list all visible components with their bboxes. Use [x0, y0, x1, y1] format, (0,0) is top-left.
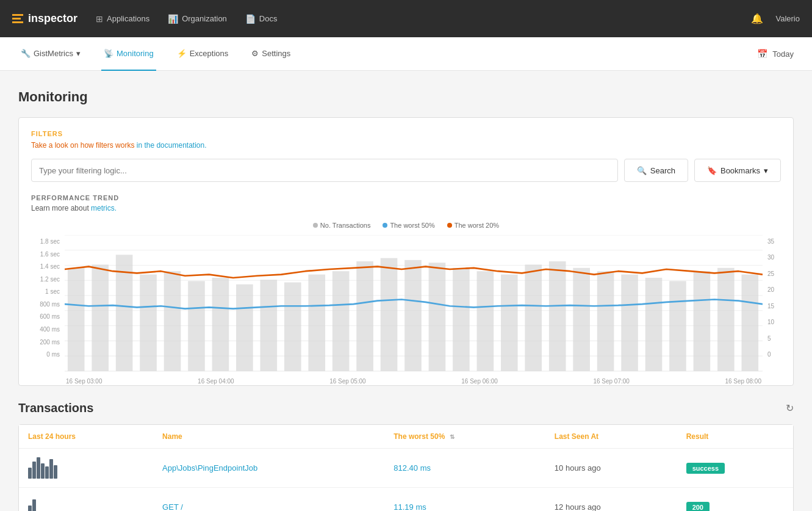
col-result: Result [677, 425, 793, 449]
sub-nav-app-name[interactable]: 🔧 GistMetrics ▾ [18, 37, 83, 71]
last-seen-value: 12 hours ago [555, 502, 601, 511]
filter-row: 🔍 Search 🔖 Bookmarks ▾ [31, 159, 781, 182]
table-header: Last 24 hours Name The worst 50% ⇅ Last … [19, 425, 793, 449]
mini-bar [37, 457, 40, 479]
nav-organization-label: Organization [182, 14, 227, 23]
organization-icon: 📊 [168, 14, 178, 24]
transaction-name-link[interactable]: App\Jobs\PingEndpointJob [162, 463, 257, 473]
nav-applications[interactable]: ⊞ Applications [96, 14, 149, 24]
logo-text: inspector [28, 12, 77, 25]
worst50-value: 11.19 ms [393, 502, 426, 511]
transaction-name-link[interactable]: GET / [162, 502, 183, 511]
table-body: App\Jobs\PingEndpointJob 812.40 ms 10 ho… [19, 449, 793, 511]
notification-bell-icon[interactable]: 🔔 [751, 13, 763, 24]
app-name: GistMetrics [34, 49, 73, 58]
top-nav-right: 🔔 Valerio [751, 13, 800, 24]
monitoring-icon: 📡 [104, 49, 113, 58]
x-label-2: 16 Sep 05:00 [329, 378, 366, 385]
svg-rect-20 [308, 275, 325, 371]
legend-transactions-label: No. Transactions [320, 222, 371, 229]
chart-wrapper: 1.8 sec 1.6 sec 1.4 sec 1.2 sec 1 sec 80… [31, 235, 781, 373]
logo[interactable]: inspector [12, 12, 77, 25]
svg-rect-19 [284, 283, 301, 371]
metrics-link[interactable]: metrics. [91, 204, 117, 212]
transactions-table: Last 24 hours Name The worst 50% ⇅ Last … [19, 425, 793, 511]
mini-bar [45, 466, 49, 479]
tab-settings[interactable]: ⚙ Settings [249, 37, 293, 71]
result-badge: 200 [686, 502, 710, 511]
legend-transactions-dot [313, 223, 318, 228]
svg-rect-30 [549, 261, 566, 371]
svg-rect-31 [573, 268, 590, 371]
col-name: Name [153, 425, 384, 449]
col-last-seen: Last Seen At [545, 425, 677, 449]
row1-worst50: 812.40 ms [384, 449, 545, 488]
bookmark-icon: 🔖 [707, 166, 717, 175]
bookmarks-label: Bookmarks [720, 166, 760, 175]
search-label: Search [650, 166, 675, 175]
row2-result: 200 [677, 488, 793, 511]
y-axis-right: 35 30 25 20 15 10 5 0 [763, 235, 781, 373]
filters-description: Take a look on how filters works in the … [31, 141, 781, 150]
nav-docs[interactable]: 📄 Docs [245, 14, 278, 24]
app-dropdown-icon: ▾ [76, 49, 81, 58]
row1-result: success [677, 449, 793, 488]
sub-nav-left: 🔧 GistMetrics ▾ 📡 Monitoring ⚡ Exception… [18, 37, 293, 71]
svg-rect-10 [68, 268, 85, 371]
refresh-icon[interactable]: ↻ [786, 402, 794, 414]
top-nav: inspector ⊞ Applications 📊 Organization … [0, 0, 812, 37]
tab-exceptions[interactable]: ⚡ Exceptions [174, 37, 231, 71]
mini-bar [32, 462, 36, 479]
svg-rect-28 [501, 275, 518, 371]
col-worst50: The worst 50% ⇅ [384, 425, 545, 449]
legend-worst50-label: The worst 50% [390, 222, 434, 229]
x-label-1: 16 Sep 04:00 [198, 378, 234, 385]
tab-monitoring[interactable]: 📡 Monitoring [101, 37, 156, 71]
mini-bar-chart [28, 457, 144, 479]
mini-bar [28, 506, 32, 511]
svg-rect-35 [669, 281, 686, 371]
svg-rect-15 [188, 281, 205, 371]
date-filter-label: Today [772, 49, 794, 59]
svg-rect-32 [597, 271, 614, 371]
svg-rect-11 [92, 264, 109, 371]
table-header-row: Last 24 hours Name The worst 50% ⇅ Last … [19, 425, 793, 449]
nav-applications-label: Applications [107, 14, 149, 23]
svg-rect-22 [356, 261, 373, 371]
result-badge: success [686, 463, 725, 474]
nav-organization[interactable]: 📊 Organization [168, 14, 227, 24]
date-filter[interactable]: 📅 Today [757, 49, 794, 59]
svg-rect-14 [164, 271, 181, 371]
row2-bars [19, 488, 153, 511]
user-name: Valerio [775, 14, 800, 23]
filters-card: FILTERS Take a look on how filters works… [18, 117, 794, 386]
svg-rect-25 [429, 263, 446, 371]
mini-bar [49, 459, 53, 479]
legend-worst50: The worst 50% [383, 222, 434, 229]
search-button[interactable]: 🔍 Search [624, 159, 688, 182]
mini-bar [28, 468, 32, 479]
sort-icon[interactable]: ⇅ [450, 433, 455, 440]
y-axis-left: 1.8 sec 1.6 sec 1.4 sec 1.2 sec 1 sec 80… [31, 235, 65, 373]
filter-input[interactable] [31, 159, 618, 182]
x-axis: 16 Sep 03:00 16 Sep 04:00 16 Sep 05:00 1… [65, 378, 763, 385]
bookmarks-button[interactable]: 🔖 Bookmarks ▾ [694, 159, 781, 182]
applications-icon: ⊞ [96, 14, 103, 24]
mini-bar [54, 465, 57, 479]
mini-bar [32, 499, 36, 511]
svg-rect-24 [404, 260, 422, 371]
transactions-card: Last 24 hours Name The worst 50% ⇅ Last … [18, 424, 794, 511]
calendar-icon: 📅 [757, 49, 767, 59]
svg-rect-36 [694, 271, 711, 371]
x-label-3: 16 Sep 06:00 [461, 378, 498, 385]
svg-rect-33 [621, 275, 638, 371]
filters-doc-link[interactable]: in the documentation. [137, 141, 207, 150]
legend-worst20-label: The worst 20% [455, 222, 499, 229]
legend-transactions: No. Transactions [313, 222, 371, 229]
svg-rect-38 [741, 275, 758, 371]
row2-name: GET / [153, 488, 384, 511]
svg-rect-21 [332, 271, 350, 371]
transactions-title: Transactions [18, 401, 93, 415]
bookmarks-dropdown-icon: ▾ [764, 166, 768, 175]
svg-rect-18 [260, 280, 278, 371]
